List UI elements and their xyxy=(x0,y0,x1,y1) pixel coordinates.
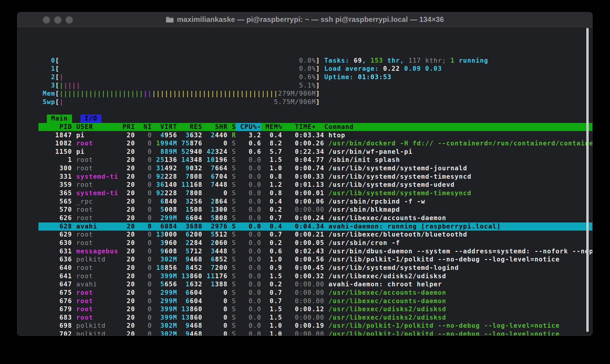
info-text: kthr; xyxy=(421,57,450,65)
process-row[interactable]: 683 root 20 0 399M 13860 0 S 0.0 1.5 0:0… xyxy=(43,314,446,322)
tab-io[interactable]: I/O xyxy=(80,115,101,123)
user-cell: root xyxy=(76,206,118,214)
tab-main[interactable]: Main xyxy=(47,115,72,123)
process-row[interactable]: 630 root 20 0 3960 2284 2060 S 0.0 0.2 0… xyxy=(43,239,400,247)
virt-cell: 299M xyxy=(160,289,177,297)
process-row[interactable]: 647 avahi 20 0 5656 1632 1388 S 0.0 0.2 … xyxy=(43,280,442,289)
shr-cell: 512 xyxy=(215,231,228,239)
nice-cell: 0 xyxy=(135,164,152,173)
pad xyxy=(72,255,76,264)
mem-cell: 0.4 xyxy=(261,198,282,206)
header-columns[interactable]: PID USER PRI NI VIRT RES SHR S xyxy=(43,123,236,131)
virt-cell: 399M xyxy=(160,305,177,314)
minimize-button[interactable] xyxy=(54,16,62,24)
meter-bracket: ] xyxy=(316,65,320,73)
shr-cell: 5 xyxy=(211,214,215,222)
process-row[interactable]: 565 _rpc 20 0 6840 3256 2864 S 0.0 0.4 0… xyxy=(43,198,425,206)
process-row[interactable]: 636 polkitd 20 0 302M 9468 6852 S 0.0 1.… xyxy=(43,255,560,264)
process-row[interactable]: 629 root 20 0 13000 6200 5512 S 0.0 0.7 … xyxy=(43,231,467,239)
process-row[interactable]: 1082 root 20 0 1994M 75876 0 S 0.6 8.2 0… xyxy=(43,139,593,148)
cpu-cell: 0.0 xyxy=(236,231,261,239)
pad xyxy=(152,247,160,256)
res-cell: 468 xyxy=(190,322,202,330)
process-row[interactable]: 698 polkitd 20 0 302M 9468 0 S 0.0 1.0 0… xyxy=(43,322,560,330)
shr-cell: 5 xyxy=(211,231,215,239)
shr-cell: 2 xyxy=(211,131,215,140)
process-row[interactable]: 626 root 20 0 299M 6604 5808 S 0.0 0.7 0… xyxy=(43,214,446,222)
window-titlebar[interactable]: maximiliankaske — pi@raspberrypi: ~ — ss… xyxy=(17,12,592,27)
meter-bracket: [ xyxy=(55,65,59,73)
info-text: Load average: xyxy=(324,65,383,73)
state-cell: S xyxy=(232,322,236,330)
process-row[interactable]: 300 root 20 0 31492 9032 7664 S 0.0 1.0 … xyxy=(43,164,467,173)
terminal-content[interactable]: 0[ 0.0%] Tasks: 69, 153 thr, 117 kthr; 1… xyxy=(17,27,592,336)
pad xyxy=(228,231,232,239)
shr-cell: 0 xyxy=(223,330,228,336)
command-cell: /usr/bin/dockerd -H fd:// --containerd=/… xyxy=(324,139,593,148)
header-columns[interactable]: MEM% TIME+ Command xyxy=(261,123,354,131)
pad xyxy=(152,198,160,206)
header-sort-column-cpu[interactable]: CPU%- xyxy=(236,123,261,131)
virt-cell: 399M xyxy=(160,272,177,281)
pad xyxy=(152,289,160,297)
pri-cell: 20 xyxy=(118,289,135,297)
user-cell: avahi xyxy=(76,222,118,231)
nice-cell: 0 xyxy=(135,173,152,181)
shr-cell: 42 xyxy=(207,148,215,156)
process-row[interactable]: 1150 pi 20 0 889M 52940 42324 S 0.6 5.7 … xyxy=(43,148,412,156)
pid-cell: 698 xyxy=(43,322,72,330)
table-header: PID USER PRI NI VIRT RES SHR S CPU%- MEM… xyxy=(43,123,354,131)
shr-cell: 060 xyxy=(215,239,228,247)
meter-bracket: [ xyxy=(55,98,59,106)
state-cell: S xyxy=(232,330,236,336)
pri-cell: 20 xyxy=(118,189,135,198)
virt-cell: 18 xyxy=(156,264,165,272)
process-row[interactable]: 675 root 20 0 299M 6604 0 S 0.0 0.7 0:00… xyxy=(43,289,446,297)
pri-cell: 20 xyxy=(118,181,135,189)
process-row[interactable]: 359 root 20 0 36140 11168 7448 S 0.0 1.2… xyxy=(43,181,454,189)
process-row[interactable]: 679 root 20 0 399M 13860 0 S 0.0 1.5 0:0… xyxy=(43,305,446,314)
res-cell: 13 xyxy=(181,305,190,314)
command-cell: /usr/sbin/rpcbind -f -w xyxy=(324,198,425,206)
cpu-cell: 0.0 xyxy=(236,322,261,330)
pad xyxy=(177,330,186,336)
process-row[interactable]: 331 systemd-ti 20 0 92228 7808 6704 S 0.… xyxy=(43,173,471,181)
scrollbar[interactable] xyxy=(586,28,589,332)
process-row[interactable]: 640 root 20 0 18856 8452 7200 S 0.0 0.9 … xyxy=(43,264,459,272)
pad xyxy=(177,148,181,156)
pad xyxy=(228,222,232,231)
process-row[interactable]: 628 avahi 20 0 6084 3680 2976 S 0.0 0.4 … xyxy=(43,222,501,231)
mem-cell: 1.0 xyxy=(261,330,282,336)
pad xyxy=(228,322,232,330)
process-row[interactable]: 1847 pi 20 0 4956 3632 2440 R 3.2 0.4 0:… xyxy=(43,131,345,140)
process-row[interactable]: 631 messagebus 20 0 9608 5712 3448 S 0.0… xyxy=(43,247,593,256)
res-cell: 9 xyxy=(186,322,190,330)
pid-cell: 359 xyxy=(43,181,72,189)
command-cell: /usr/libexec/accounts-daemon xyxy=(324,289,446,297)
process-row[interactable]: 702 polkitd 20 0 302M 9468 0 S 0.0 1.0 0… xyxy=(43,330,560,336)
pad xyxy=(152,206,160,214)
meter-tick-group: | xyxy=(59,73,64,82)
process-row[interactable]: 570 root 20 0 5008 1508 1300 S 0.0 0.2 0… xyxy=(43,206,400,214)
time-cell: 0:00.00 xyxy=(282,280,324,289)
pri-cell: 20 xyxy=(118,280,135,289)
command-cell: /sbin/init splash xyxy=(324,156,400,164)
terminal-window: maximiliankaske — pi@raspberrypi: ~ — ss… xyxy=(17,12,593,336)
command-cell: /usr/lib/systemd/systemd-journald xyxy=(324,164,467,173)
pad xyxy=(72,173,76,181)
user-cell: pi xyxy=(76,131,118,140)
process-row[interactable]: 641 root 20 0 399M 13860 11176 S 0.0 1.5… xyxy=(43,272,446,281)
process-row[interactable]: 365 systemd-ti 20 0 92228 7808 0 S 0.0 0… xyxy=(43,189,471,198)
command-cell: htop xyxy=(324,131,345,140)
process-row[interactable]: 1 root 20 0 25136 14348 10196 S 0.0 1.5 … xyxy=(43,156,400,164)
close-button[interactable] xyxy=(43,16,50,24)
res-cell: 508 xyxy=(190,206,202,214)
time-cell: 0:00.01 xyxy=(282,189,324,198)
process-row[interactable]: 676 root 20 0 299M 6604 0 S 0.0 0.7 0:00… xyxy=(43,297,446,306)
info-text: 0.22 xyxy=(383,65,404,73)
pad xyxy=(228,206,232,214)
pad xyxy=(177,156,181,164)
virt-cell: 608 xyxy=(165,247,177,256)
zoom-button[interactable] xyxy=(65,16,73,24)
pid-cell: 702 xyxy=(43,330,72,336)
